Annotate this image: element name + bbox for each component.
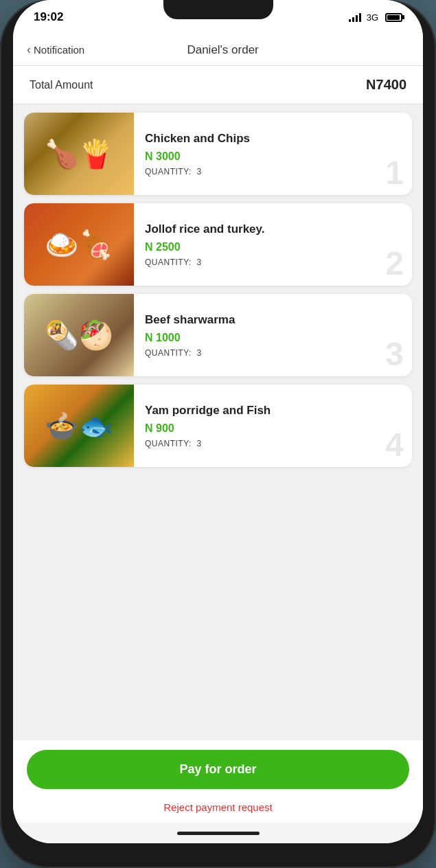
quantity-value-4: 3 xyxy=(197,439,202,448)
signal-bars-icon xyxy=(349,12,361,22)
card-number-4: 4 xyxy=(385,429,404,461)
notch xyxy=(163,0,273,19)
quantity-label-1: QUANTITY: xyxy=(145,167,192,176)
order-item-1: 🍗🍟 Chicken and Chips N 3000 QUANTITY: 3 … xyxy=(24,113,412,195)
home-bar xyxy=(177,832,260,835)
card-number-1: 1 xyxy=(385,157,404,190)
total-label: Total Amount xyxy=(30,79,93,91)
order-item-4: 🍲🐟 Yam porridge and Fish N 900 QUANTITY:… xyxy=(24,385,412,467)
reject-payment-button[interactable]: Reject payment request xyxy=(27,799,409,816)
network-label: 3G xyxy=(367,12,378,23)
item-name-1: Chicken and Chips xyxy=(145,131,401,146)
item-name-3: Beef sharwarma xyxy=(145,312,401,328)
food-image-2: 🍛🍖 xyxy=(24,203,134,286)
total-amount-value: N7400 xyxy=(366,77,406,93)
item-price-2: N 2500 xyxy=(145,241,401,253)
card-content-1: Chicken and Chips N 3000 QUANTITY: 3 xyxy=(134,113,412,195)
back-button[interactable]: ‹ Notification xyxy=(27,43,84,57)
food-emoji-3: 🌯🥙 xyxy=(24,294,134,376)
card-number-3: 3 xyxy=(385,338,404,371)
food-image-3: 🌯🥙 xyxy=(24,294,134,376)
card-content-2: Jollof rice and turkey. N 2500 QUANTITY:… xyxy=(134,203,412,286)
item-quantity-2: QUANTITY: 3 xyxy=(145,258,401,267)
quantity-value-3: 3 xyxy=(197,348,202,358)
back-label: Notification xyxy=(34,44,84,56)
item-quantity-4: QUANTITY: 3 xyxy=(145,439,401,448)
status-icons: 3G xyxy=(349,12,402,23)
food-image-1: 🍗🍟 xyxy=(24,113,134,195)
card-content-4: Yam porridge and Fish N 900 QUANTITY: 3 xyxy=(134,385,412,467)
food-emoji-1: 🍗🍟 xyxy=(24,113,134,195)
item-name-4: Yam porridge and Fish xyxy=(145,403,401,418)
food-emoji-4: 🍲🐟 xyxy=(24,385,134,467)
nav-title: Daniel's order xyxy=(84,43,361,57)
quantity-label-3: QUANTITY: xyxy=(145,348,192,358)
quantity-value-2: 3 xyxy=(197,258,202,267)
nav-bar: ‹ Notification Daniel's order xyxy=(13,34,423,66)
order-item-3: 🌯🥙 Beef sharwarma N 1000 QUANTITY: 3 3 xyxy=(24,294,412,376)
phone-screen: 19:02 3G ‹ Notification Daniel's or xyxy=(13,0,423,843)
pay-order-button[interactable]: Pay for order xyxy=(27,750,409,789)
phone-frame: 19:02 3G ‹ Notification Daniel's or xyxy=(0,0,436,868)
item-name-2: Jollof rice and turkey. xyxy=(145,222,401,237)
back-chevron-icon: ‹ xyxy=(27,43,31,57)
quantity-label-4: QUANTITY: xyxy=(145,439,192,448)
card-number-2: 2 xyxy=(385,247,404,280)
quantity-label-2: QUANTITY: xyxy=(145,258,192,267)
item-quantity-3: QUANTITY: 3 xyxy=(145,348,401,358)
order-item-2: 🍛🍖 Jollof rice and turkey. N 2500 QUANTI… xyxy=(24,203,412,286)
order-list: 🍗🍟 Chicken and Chips N 3000 QUANTITY: 3 … xyxy=(13,104,423,740)
item-price-4: N 900 xyxy=(145,422,401,435)
food-image-4: 🍲🐟 xyxy=(24,385,134,467)
item-quantity-1: QUANTITY: 3 xyxy=(145,167,401,176)
status-time: 19:02 xyxy=(34,10,63,24)
bottom-area: Pay for order Reject payment request xyxy=(13,740,423,823)
food-emoji-2: 🍛🍖 xyxy=(24,203,134,286)
home-indicator xyxy=(13,823,423,843)
item-price-1: N 3000 xyxy=(145,150,401,163)
card-content-3: Beef sharwarma N 1000 QUANTITY: 3 xyxy=(134,294,412,376)
item-price-3: N 1000 xyxy=(145,332,401,344)
battery-icon xyxy=(385,13,402,22)
total-amount-bar: Total Amount N7400 xyxy=(13,66,423,104)
quantity-value-1: 3 xyxy=(197,167,202,176)
